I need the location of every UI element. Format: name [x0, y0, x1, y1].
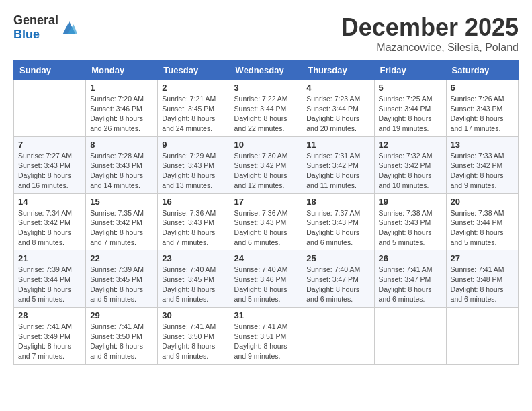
- day-info: Sunrise: 7:36 AMSunset: 3:43 PMDaylight:…: [162, 208, 225, 248]
- calendar-day-cell: 21Sunrise: 7:39 AMSunset: 3:44 PMDayligh…: [14, 250, 86, 308]
- weekday-header: Friday: [374, 61, 446, 80]
- weekday-header: Tuesday: [158, 61, 230, 80]
- calendar-day-cell: 5Sunrise: 7:25 AMSunset: 3:44 PMDaylight…: [374, 80, 446, 137]
- day-number: 2: [162, 83, 225, 93]
- day-info: Sunrise: 7:41 AMSunset: 3:50 PMDaylight:…: [90, 322, 153, 361]
- day-number: 3: [234, 83, 298, 93]
- calendar-day-cell: 31Sunrise: 7:41 AMSunset: 3:51 PMDayligh…: [230, 308, 302, 365]
- calendar-day-cell: 10Sunrise: 7:30 AMSunset: 3:42 PMDayligh…: [230, 136, 302, 193]
- day-number: 13: [451, 140, 514, 150]
- day-number: 26: [379, 253, 442, 263]
- day-number: 5: [379, 83, 442, 93]
- calendar-day-cell: 27Sunrise: 7:41 AMSunset: 3:48 PMDayligh…: [446, 250, 518, 308]
- day-info: Sunrise: 7:40 AMSunset: 3:45 PMDaylight:…: [162, 265, 225, 304]
- calendar-day-cell: 18Sunrise: 7:37 AMSunset: 3:43 PMDayligh…: [302, 193, 374, 250]
- calendar-week-row: 21Sunrise: 7:39 AMSunset: 3:44 PMDayligh…: [14, 250, 519, 308]
- calendar-day-cell: [302, 308, 374, 365]
- day-number: 14: [18, 197, 81, 207]
- day-number: 27: [451, 253, 514, 263]
- day-info: Sunrise: 7:22 AMSunset: 3:44 PMDaylight:…: [234, 94, 298, 134]
- day-number: 1: [90, 83, 153, 93]
- weekday-header: Monday: [86, 61, 158, 80]
- weekday-header: Sunday: [14, 61, 86, 80]
- day-number: 18: [306, 197, 369, 207]
- month-title: December 2025: [341, 13, 519, 42]
- day-number: 19: [379, 197, 442, 207]
- calendar-day-cell: 9Sunrise: 7:29 AMSunset: 3:43 PMDaylight…: [158, 136, 230, 193]
- day-number: 16: [162, 197, 225, 207]
- calendar-week-row: 28Sunrise: 7:41 AMSunset: 3:49 PMDayligh…: [14, 308, 519, 365]
- day-number: 31: [234, 310, 298, 320]
- location-title: Mazancowice, Silesia, Poland: [341, 42, 519, 54]
- calendar-day-cell: [14, 80, 86, 137]
- day-number: 10: [234, 140, 298, 150]
- page-header: General Blue December 2025 Mazancowice, …: [13, 13, 519, 54]
- day-info: Sunrise: 7:27 AMSunset: 3:43 PMDaylight:…: [18, 151, 81, 191]
- day-number: 28: [18, 310, 81, 320]
- title-area: December 2025 Mazancowice, Silesia, Pola…: [341, 13, 519, 54]
- day-number: 4: [306, 83, 369, 93]
- calendar-day-cell: 15Sunrise: 7:35 AMSunset: 3:42 PMDayligh…: [86, 193, 158, 250]
- day-number: 22: [90, 253, 153, 263]
- day-number: 7: [18, 140, 81, 150]
- day-info: Sunrise: 7:21 AMSunset: 3:45 PMDaylight:…: [162, 94, 225, 134]
- logo-general: General: [13, 13, 58, 27]
- calendar-header-row: SundayMondayTuesdayWednesdayThursdayFrid…: [14, 61, 519, 80]
- day-info: Sunrise: 7:29 AMSunset: 3:43 PMDaylight:…: [162, 151, 225, 191]
- day-number: 20: [451, 197, 514, 207]
- day-number: 17: [234, 197, 298, 207]
- day-info: Sunrise: 7:38 AMSunset: 3:43 PMDaylight:…: [379, 208, 442, 248]
- calendar-day-cell: 26Sunrise: 7:41 AMSunset: 3:47 PMDayligh…: [374, 250, 446, 308]
- logo-icon: [60, 18, 79, 37]
- calendar-day-cell: 16Sunrise: 7:36 AMSunset: 3:43 PMDayligh…: [158, 193, 230, 250]
- day-number: 6: [451, 83, 514, 93]
- day-info: Sunrise: 7:41 AMSunset: 3:50 PMDaylight:…: [162, 322, 225, 361]
- calendar-day-cell: 23Sunrise: 7:40 AMSunset: 3:45 PMDayligh…: [158, 250, 230, 308]
- day-number: 9: [162, 140, 225, 150]
- calendar-day-cell: 3Sunrise: 7:22 AMSunset: 3:44 PMDaylight…: [230, 80, 302, 137]
- day-info: Sunrise: 7:34 AMSunset: 3:42 PMDaylight:…: [18, 208, 81, 248]
- calendar-day-cell: 1Sunrise: 7:20 AMSunset: 3:46 PMDaylight…: [86, 80, 158, 137]
- day-info: Sunrise: 7:30 AMSunset: 3:42 PMDaylight:…: [234, 151, 298, 191]
- day-info: Sunrise: 7:41 AMSunset: 3:47 PMDaylight:…: [379, 265, 442, 304]
- day-number: 24: [234, 253, 298, 263]
- day-info: Sunrise: 7:41 AMSunset: 3:49 PMDaylight:…: [18, 322, 81, 361]
- calendar-day-cell: 12Sunrise: 7:32 AMSunset: 3:42 PMDayligh…: [374, 136, 446, 193]
- calendar-day-cell: 20Sunrise: 7:38 AMSunset: 3:44 PMDayligh…: [446, 193, 518, 250]
- day-info: Sunrise: 7:39 AMSunset: 3:44 PMDaylight:…: [18, 265, 81, 304]
- day-info: Sunrise: 7:40 AMSunset: 3:46 PMDaylight:…: [234, 265, 298, 304]
- day-number: 11: [306, 140, 369, 150]
- calendar-day-cell: 29Sunrise: 7:41 AMSunset: 3:50 PMDayligh…: [86, 308, 158, 365]
- day-number: 30: [162, 310, 225, 320]
- day-info: Sunrise: 7:23 AMSunset: 3:44 PMDaylight:…: [306, 94, 369, 134]
- day-number: 25: [306, 253, 369, 263]
- calendar-day-cell: [374, 308, 446, 365]
- day-info: Sunrise: 7:25 AMSunset: 3:44 PMDaylight:…: [379, 94, 442, 134]
- day-info: Sunrise: 7:28 AMSunset: 3:43 PMDaylight:…: [90, 151, 153, 191]
- day-info: Sunrise: 7:31 AMSunset: 3:42 PMDaylight:…: [306, 151, 369, 191]
- day-info: Sunrise: 7:26 AMSunset: 3:43 PMDaylight:…: [451, 94, 514, 134]
- calendar-table: SundayMondayTuesdayWednesdayThursdayFrid…: [13, 60, 519, 365]
- calendar-week-row: 7Sunrise: 7:27 AMSunset: 3:43 PMDaylight…: [14, 136, 519, 193]
- calendar-day-cell: 8Sunrise: 7:28 AMSunset: 3:43 PMDaylight…: [86, 136, 158, 193]
- calendar-day-cell: 22Sunrise: 7:39 AMSunset: 3:45 PMDayligh…: [86, 250, 158, 308]
- day-number: 21: [18, 253, 81, 263]
- day-info: Sunrise: 7:32 AMSunset: 3:42 PMDaylight:…: [379, 151, 442, 191]
- calendar-day-cell: 6Sunrise: 7:26 AMSunset: 3:43 PMDaylight…: [446, 80, 518, 137]
- weekday-header: Saturday: [446, 61, 518, 80]
- logo-blue: Blue: [13, 28, 40, 41]
- calendar-week-row: 14Sunrise: 7:34 AMSunset: 3:42 PMDayligh…: [14, 193, 519, 250]
- day-info: Sunrise: 7:41 AMSunset: 3:51 PMDaylight:…: [234, 322, 298, 361]
- day-number: 15: [90, 197, 153, 207]
- calendar-week-row: 1Sunrise: 7:20 AMSunset: 3:46 PMDaylight…: [14, 80, 519, 137]
- day-number: 12: [379, 140, 442, 150]
- calendar-day-cell: 14Sunrise: 7:34 AMSunset: 3:42 PMDayligh…: [14, 193, 86, 250]
- day-number: 8: [90, 140, 153, 150]
- calendar-day-cell: 11Sunrise: 7:31 AMSunset: 3:42 PMDayligh…: [302, 136, 374, 193]
- calendar-day-cell: 2Sunrise: 7:21 AMSunset: 3:45 PMDaylight…: [158, 80, 230, 137]
- day-info: Sunrise: 7:41 AMSunset: 3:48 PMDaylight:…: [451, 265, 514, 304]
- day-info: Sunrise: 7:36 AMSunset: 3:43 PMDaylight:…: [234, 208, 298, 248]
- calendar-day-cell: 24Sunrise: 7:40 AMSunset: 3:46 PMDayligh…: [230, 250, 302, 308]
- calendar-day-cell: 25Sunrise: 7:40 AMSunset: 3:47 PMDayligh…: [302, 250, 374, 308]
- day-info: Sunrise: 7:35 AMSunset: 3:42 PMDaylight:…: [90, 208, 153, 248]
